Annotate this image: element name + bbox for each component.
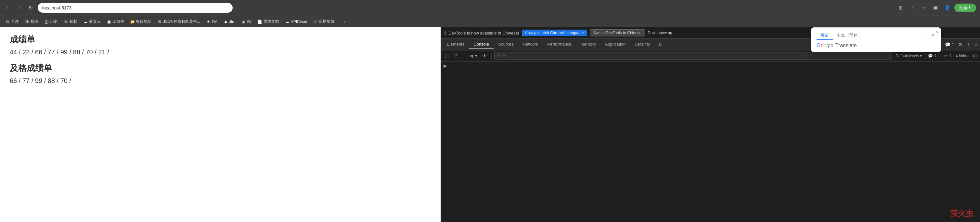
share-icon[interactable]: ↑ — [908, 3, 916, 12]
translate-close-button[interactable]: × — [930, 32, 935, 39]
devtools-content: ▶ — [441, 62, 980, 222]
tab-performance-label: Performance — [547, 42, 571, 46]
tab-application[interactable]: Application — [600, 40, 630, 49]
tab-network[interactable]: Network — [518, 40, 543, 49]
eye-button[interactable]: 👁 — [480, 53, 489, 59]
bookmark-json-label: JSON在线解析及格... — [163, 19, 200, 24]
bookmark-jira-label: Jira — [229, 19, 235, 24]
bookmarks-more[interactable]: » — [342, 19, 347, 25]
profile-icon[interactable]: 👤 — [943, 3, 952, 12]
google-g-logo: Google — [816, 43, 834, 48]
translate-icon: 译 — [25, 19, 29, 24]
tab-security-label: Security — [635, 42, 650, 46]
bookmark-appplus-label: 应用加组... — [319, 19, 337, 24]
forward-button[interactable]: → — [15, 3, 24, 12]
bookmark-json[interactable]: ⚙ JSON在线解析及格... — [155, 18, 203, 26]
devtools-close-button[interactable]: × — [974, 41, 979, 48]
tab-sources-label: Sources — [498, 42, 514, 46]
bookmark-apicloud-label: APICloud — [291, 19, 307, 24]
tab-elements[interactable]: Elements — [442, 40, 469, 49]
history-icon: ◫ — [44, 19, 49, 24]
section2-numbers: 66 / 77 / 99 / 88 / 70 / — [10, 77, 431, 85]
tab-memory-label: Memory — [581, 42, 596, 46]
bookmark-lanseyun-label: 蓝泰云 — [89, 19, 101, 24]
browser-actions: ⊞ ↑ ☆ ▣ 👤 更新！ — [896, 3, 976, 12]
lanseyun-icon: ☁ — [83, 19, 88, 24]
bookmark-history[interactable]: ◫ 历史 — [41, 18, 60, 26]
console-settings-button[interactable]: ⚙ — [972, 53, 978, 59]
section1-numbers: 44 / 22 / 66 / 77 / 99 / 88 / 70 / 21 / — [10, 48, 431, 56]
ui-icon: ▣ — [107, 19, 111, 24]
tab-chinese[interactable]: 中文（简体） — [833, 31, 866, 40]
oa-icon: ★ — [206, 19, 210, 24]
bookmark-project[interactable]: 📁 项目地址 — [127, 18, 154, 26]
bookmark-translate[interactable]: 译 翻译 — [22, 18, 41, 26]
json-icon: ⚙ — [157, 19, 162, 24]
devtools-panel: ℹ DevTools is now available in Chinese! … — [441, 27, 980, 222]
tab-performance[interactable]: Performance — [542, 40, 576, 49]
browser-chrome: ← → ↻ localhost:5173 ⊞ ↑ ☆ ▣ 👤 更新！ — [0, 0, 980, 16]
bookmark-requirements[interactable]: 📄 需求文档 — [255, 18, 282, 26]
translate-popup-header: 英语 中文（简体） ⋮ × — [816, 31, 935, 40]
bookmark-mail[interactable]: ✉ 私邮 — [61, 18, 80, 26]
dont-show-text[interactable]: Don't show ag — [648, 30, 672, 35]
console-arrow[interactable]: ▶ — [441, 62, 450, 70]
apicloud-icon: ☁ — [285, 19, 290, 24]
bookmark-apicloud[interactable]: ☁ APICloud — [282, 18, 310, 26]
top-selector[interactable]: top ▾ — [467, 53, 479, 59]
tab-sources[interactable]: Sources — [493, 40, 518, 49]
reload-button[interactable]: ↻ — [26, 3, 35, 12]
bookmark-appplus[interactable]: ➕ 应用加组... — [310, 18, 340, 26]
translate-word: Translate — [835, 43, 857, 48]
back-button[interactable]: ← — [4, 3, 13, 12]
bookmark-baidu-label: 百度 — [11, 19, 19, 24]
tab-security[interactable]: Security — [630, 40, 654, 49]
main-area: 成绩单 44 / 22 / 66 / 77 / 99 / 88 / 70 / 2… — [0, 27, 980, 222]
tab-english[interactable]: 英语 — [816, 31, 833, 40]
tab-application-label: Application — [605, 42, 626, 46]
device-button[interactable]: 📱 — [452, 53, 461, 59]
switch-devtools-button[interactable]: Switch DevTools to Chinese — [590, 29, 645, 37]
bookmark-ui[interactable]: ▣ UI组件 — [104, 18, 127, 26]
bookmark-lanseyun[interactable]: ☁ 蓝泰云 — [81, 18, 103, 26]
tab-elements-label: Elements — [447, 42, 465, 46]
inspect-button[interactable]: ⬚ — [443, 53, 451, 59]
tab-li-label: Li — [659, 42, 662, 46]
devtools-more-button[interactable]: ⋮ — [965, 41, 972, 48]
tab-memory[interactable]: Memory — [576, 40, 600, 49]
hidden-badge: 4 hidden — [956, 54, 970, 58]
filter-input[interactable] — [494, 52, 892, 60]
issues-label: 1 Issue: — [934, 54, 948, 58]
nav-buttons: ← → ↻ — [4, 3, 35, 12]
update-button[interactable]: 更新！ — [955, 3, 976, 12]
devtools-settings-button[interactable]: ⚙ — [957, 41, 964, 48]
bookmark-baidu[interactable]: 百 百度 — [3, 18, 21, 26]
bookmark-oa-label: OA — [212, 19, 217, 24]
translate-icon[interactable]: ⊞ — [896, 3, 905, 12]
jira-icon: ◆ — [223, 19, 228, 24]
bookmark-icon[interactable]: ☆ — [919, 3, 928, 12]
google-translate-logo: Google Translate — [816, 43, 935, 48]
sidebar-icon[interactable]: ▣ — [931, 3, 940, 12]
tab-li[interactable]: Li — [654, 40, 667, 49]
translate-popup-actions: ⋮ × — [921, 32, 935, 39]
bookmark-history-label: 历史 — [50, 19, 58, 24]
bookmark-jira[interactable]: ◆ Jira — [221, 18, 238, 26]
issues-count: 1 — [949, 54, 951, 58]
tab-console[interactable]: Console — [469, 40, 493, 49]
top-chevron-icon: ▾ — [475, 53, 477, 58]
issues-badge[interactable]: 💬 1 Issue: 1 — [925, 53, 955, 59]
bookmark-bit[interactable]: ◈ Bit — [239, 18, 255, 26]
popup-close-x[interactable]: × — [936, 30, 939, 35]
bit-icon: ◈ — [242, 19, 246, 24]
watermark: 萤火虫 — [950, 208, 974, 219]
default-levels-chevron: ▾ — [920, 54, 922, 58]
bookmark-requirements-label: 需求文档 — [264, 19, 279, 24]
address-bar[interactable]: localhost:5173 — [38, 3, 233, 13]
translate-more-button[interactable]: ⋮ — [921, 32, 929, 39]
bookmark-oa[interactable]: ★ OA — [204, 18, 220, 26]
default-levels-button[interactable]: Default levels ▾ — [894, 53, 924, 59]
devtools-issues-badge[interactable]: 💬 1 — [943, 41, 956, 48]
match-language-button[interactable]: Always match Chrome's language — [522, 30, 587, 36]
issue-chat-icon: 💬 — [928, 54, 933, 58]
